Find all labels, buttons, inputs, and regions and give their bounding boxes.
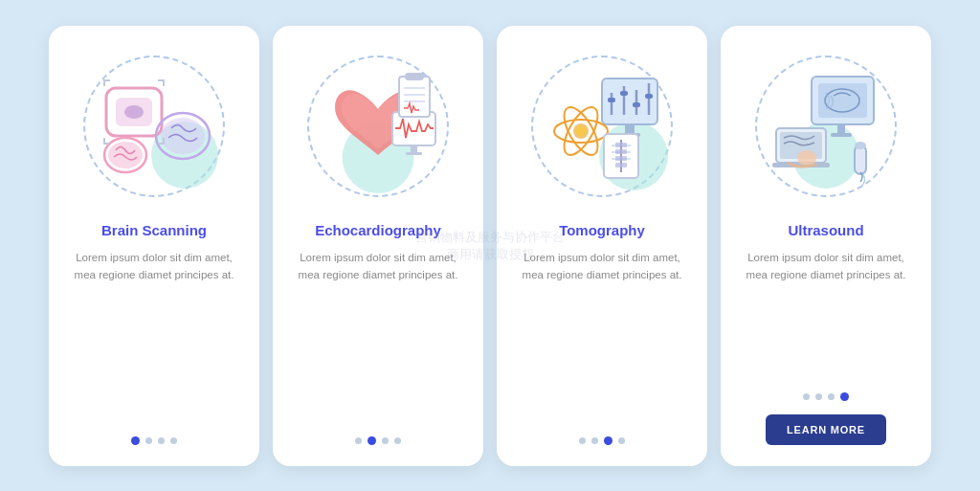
svg-rect-44 bbox=[831, 133, 852, 137]
svg-point-4 bbox=[108, 142, 143, 168]
card-tomography: Tomography Lorem ipsum dolor sit dim ame… bbox=[497, 26, 707, 466]
dot-4 bbox=[170, 437, 177, 444]
dot-2 bbox=[591, 437, 598, 444]
card1-dots bbox=[131, 436, 177, 445]
svg-rect-10 bbox=[399, 77, 430, 117]
svg-rect-36 bbox=[615, 143, 627, 147]
dot-3 bbox=[158, 437, 165, 444]
card3-body: Lorem ipsum dolor sit dim amet, mea regi… bbox=[512, 249, 692, 421]
card1-body: Lorem ipsum dolor sit dim amet, mea regi… bbox=[64, 249, 244, 421]
card3-illustration bbox=[521, 45, 683, 208]
card4-dots bbox=[803, 392, 849, 401]
card2-illustration bbox=[297, 45, 459, 208]
dot-3 bbox=[828, 393, 835, 400]
svg-rect-22 bbox=[633, 102, 640, 107]
card4-body: Lorem ipsum dolor sit dim amet, mea regi… bbox=[736, 249, 916, 377]
card-echocardiography: Echocardiography Lorem ipsum dolor sit d… bbox=[273, 26, 483, 466]
dot-4 bbox=[840, 392, 849, 401]
dot-2 bbox=[368, 436, 376, 445]
cards-container: Brain Scanning Lorem ipsum dolor sit dim… bbox=[30, 7, 950, 485]
card-ultrasound: Ultrasound Lorem ipsum dolor sit dim ame… bbox=[721, 26, 931, 466]
learn-more-button[interactable]: LEARN MORE bbox=[766, 414, 886, 445]
card2-body: Lorem ipsum dolor sit dim amet, mea regi… bbox=[288, 249, 468, 421]
svg-rect-39 bbox=[615, 163, 627, 167]
dot-2 bbox=[145, 437, 152, 444]
card1-title: Brain Scanning bbox=[101, 221, 207, 240]
svg-point-2 bbox=[124, 105, 144, 119]
svg-rect-8 bbox=[411, 145, 417, 153]
dot-1 bbox=[131, 436, 140, 445]
card1-illustration bbox=[73, 45, 235, 208]
svg-rect-38 bbox=[615, 156, 627, 161]
card4-icon bbox=[759, 59, 893, 193]
card3-dots bbox=[579, 436, 625, 445]
card3-title: Tomography bbox=[559, 221, 645, 240]
card2-title: Echocardiography bbox=[315, 221, 441, 240]
dot-3 bbox=[604, 436, 612, 445]
dot-1 bbox=[803, 393, 810, 400]
dot-1 bbox=[355, 437, 362, 444]
svg-point-49 bbox=[855, 142, 866, 149]
svg-rect-24 bbox=[625, 124, 635, 134]
card4-illustration bbox=[745, 45, 907, 208]
svg-rect-48 bbox=[855, 145, 866, 174]
svg-rect-11 bbox=[405, 73, 424, 80]
dot-4 bbox=[394, 437, 401, 444]
dot-2 bbox=[815, 393, 822, 400]
dot-3 bbox=[382, 437, 389, 444]
svg-rect-9 bbox=[406, 152, 422, 155]
page-wrapper: Brain Scanning Lorem ipsum dolor sit dim… bbox=[0, 0, 980, 491]
dot-1 bbox=[579, 437, 586, 444]
svg-point-30 bbox=[576, 126, 586, 136]
card2-icon bbox=[311, 59, 445, 193]
svg-point-6 bbox=[161, 118, 205, 154]
svg-rect-43 bbox=[837, 124, 845, 134]
card2-dots bbox=[355, 436, 401, 445]
card4-title: Ultrasound bbox=[788, 221, 863, 240]
card1-icon bbox=[87, 59, 221, 193]
card3-icon bbox=[535, 59, 669, 193]
svg-rect-21 bbox=[620, 91, 628, 96]
card-brain-scanning: Brain Scanning Lorem ipsum dolor sit dim… bbox=[49, 26, 259, 466]
svg-rect-20 bbox=[608, 98, 615, 102]
dot-4 bbox=[618, 437, 625, 444]
svg-rect-37 bbox=[615, 149, 627, 154]
svg-point-50 bbox=[797, 150, 816, 166]
svg-rect-23 bbox=[645, 94, 653, 99]
